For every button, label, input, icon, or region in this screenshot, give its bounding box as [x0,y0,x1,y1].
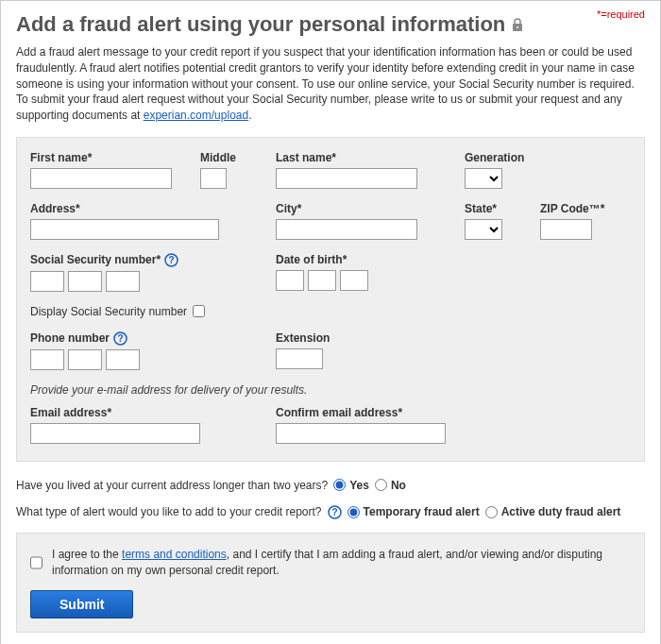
zip-input[interactable] [540,219,592,240]
ssn-input-2[interactable] [68,271,102,292]
address-label: Address* [30,202,276,215]
generation-label: Generation [465,151,524,164]
alert-type-question: What type of alert would you like to add… [16,505,645,519]
intro-period: . [248,109,251,122]
ssn-label-text: Social Security number* [30,253,161,266]
page-title: Add a fraud alert using your personal in… [16,12,645,37]
first-name-label: First name* [30,151,200,164]
dob-input-1[interactable] [276,270,304,291]
ssn-input-3[interactable] [106,271,140,292]
q2-temporary-radio[interactable] [347,506,360,518]
agreement-section: I agree to the terms and conditions, and… [16,533,645,633]
email-label: Email address* [30,406,276,419]
title-text: Add a fraud alert using your personal in… [16,12,505,37]
intro-paragraph: Add a fraud alert message to your credit… [16,44,645,124]
lock-icon [511,17,524,32]
zip-label: ZIP Code™* [540,202,604,215]
phone-label: Phone number ? [30,331,276,346]
q2-active-duty-radio[interactable] [485,506,498,518]
last-name-label: Last name* [276,151,465,164]
intro-text: Add a fraud alert message to your credit… [16,45,635,122]
phone-input-2[interactable] [68,349,102,370]
svg-text:?: ? [331,507,337,517]
email-hint: Provide your e-mail address for delivery… [30,383,631,397]
phone-input-3[interactable] [106,349,140,370]
confirm-email-label: Confirm email address* [276,406,446,419]
help-icon[interactable]: ? [164,253,178,267]
city-input[interactable] [276,219,417,240]
display-ssn-checkbox[interactable] [193,305,205,317]
upload-link[interactable]: experian.com/upload [144,109,248,122]
address-duration-question: Have you lived at your current address l… [16,479,645,492]
generation-select[interactable] [465,168,502,189]
svg-point-1 [517,26,518,28]
email-input[interactable] [30,423,200,444]
dob-input-2[interactable] [308,270,336,291]
agree-pre: I agree to the [52,548,122,561]
q1-yes-radio[interactable] [333,479,346,491]
state-select[interactable] [465,219,502,240]
extension-label: Extension [276,331,330,345]
confirm-email-input[interactable] [276,423,446,444]
q2-text: What type of alert would you like to add… [16,505,322,518]
q1-no-radio[interactable] [375,479,387,491]
address-input[interactable] [30,219,219,240]
svg-text:?: ? [168,255,174,265]
svg-text:?: ? [117,333,123,344]
help-icon[interactable]: ? [113,331,127,346]
q1-no-label: No [391,479,406,492]
dob-label: Date of birth* [276,253,368,266]
help-icon[interactable]: ? [328,505,342,519]
terms-link[interactable]: terms and conditions [122,548,227,561]
agree-checkbox[interactable] [30,547,42,579]
q1-text: Have you lived at your current address l… [16,479,328,492]
ssn-input-1[interactable] [30,271,64,292]
first-name-input[interactable] [30,168,172,189]
q2-opt2-label: Active duty fraud alert [501,505,621,518]
phone-label-text: Phone number [30,331,110,345]
state-label: State* [465,202,540,215]
city-label: City* [276,202,465,215]
display-ssn-label: Display Social Security number [30,305,187,318]
last-name-input[interactable] [276,168,417,189]
personal-info-form: First name* Middle Last name* Generation… [16,137,645,462]
dob-input-3[interactable] [340,270,368,291]
ssn-label: Social Security number* ? [30,253,276,267]
q1-yes-label: Yes [349,479,369,492]
submit-button[interactable]: Submit [30,590,133,619]
middle-input[interactable] [200,168,227,189]
extension-input[interactable] [276,348,323,369]
agree-text: I agree to the terms and conditions, and… [52,547,631,579]
q2-opt1-label: Temporary fraud alert [364,505,480,518]
required-note: *=required [597,8,645,20]
phone-input-1[interactable] [30,349,64,370]
middle-label: Middle [200,151,276,164]
